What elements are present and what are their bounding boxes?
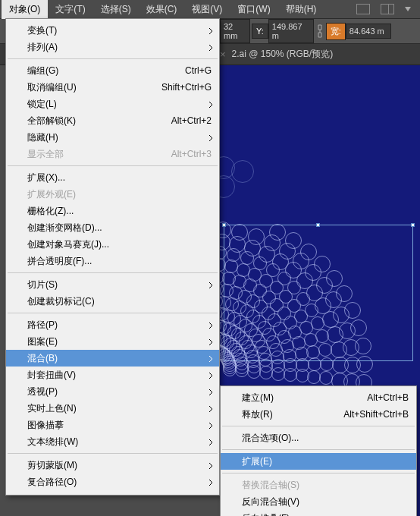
blend-circle (307, 370, 321, 384)
chevron-right-icon (208, 371, 213, 382)
blend-circle (304, 333, 318, 347)
smi-replace: 替换混合轴(S) (221, 477, 416, 493)
tab-close-icon[interactable]: × (220, 49, 226, 60)
mi-mosaic[interactable]: 创建对象马赛克(J)... (6, 236, 219, 253)
blend-circle (306, 345, 320, 359)
mi-envelope[interactable]: 封套扭曲(V) (6, 367, 219, 383)
smi-options[interactable]: 混合选项(O)... (221, 429, 416, 446)
menu-effect[interactable]: 效果(C) (139, 0, 185, 19)
mi-imagetrace[interactable]: 图像描摹 (6, 417, 219, 433)
menu-window[interactable]: 窗口(W) (230, 0, 277, 19)
mi-unlockall[interactable]: 全部解锁(K)Alt+Ctrl+2 (6, 112, 219, 129)
menu-view[interactable]: 视图(V) (184, 0, 230, 19)
chevron-right-icon (208, 404, 213, 415)
menubar: 对象(O) 文字(T) 选择(S) 效果(C) 视图(V) 窗口(W) 帮助(H… (0, 0, 420, 18)
mi-livepaint[interactable]: 实时上色(N) (6, 400, 219, 417)
mi-cropmarks[interactable]: 创建裁切标记(C) (6, 293, 219, 310)
object-menu: 变换(T) 排列(A) 编组(G)Ctrl+G 取消编组(U)Shift+Ctr… (5, 18, 220, 496)
mi-perspective[interactable]: 透视(P) (6, 383, 219, 400)
y-label: Y: (252, 24, 268, 39)
mi-transform[interactable]: 变换(T) (6, 22, 219, 39)
mi-clipmask[interactable]: 剪切蒙版(M) (6, 457, 219, 474)
y-input[interactable]: 149.867 m (268, 19, 314, 43)
link-icon[interactable] (315, 23, 324, 39)
chevron-right-icon (208, 321, 213, 332)
chevron-right-icon (208, 421, 213, 432)
dim-value[interactable]: 32 mm (220, 19, 250, 43)
mi-arrange[interactable]: 排列(A) (6, 39, 219, 55)
chevron-right-icon (208, 100, 213, 111)
mi-textwrap[interactable]: 文本绕排(W) (6, 433, 219, 450)
mi-gradmesh[interactable]: 创建渐变网格(D)... (6, 219, 219, 236)
chevron-right-icon (208, 461, 213, 472)
mi-expand[interactable]: 扩展(X)... (6, 169, 219, 186)
mi-slice[interactable]: 切片(S) (6, 276, 219, 293)
mi-showall: 显示全部Alt+Ctrl+3 (6, 146, 219, 162)
chevron-right-icon (208, 134, 213, 144)
tab-label[interactable]: 2.ai @ 150% (RGB/预览) (232, 48, 334, 61)
mi-hide[interactable]: 隐藏(H) (6, 129, 219, 146)
smi-release[interactable]: 释放(R)Alt+Shift+Ctrl+B (221, 406, 416, 423)
handle[interactable] (316, 223, 320, 227)
mi-flatten[interactable]: 拼合透明度(F)... (6, 253, 219, 269)
mi-path[interactable]: 路径(P) (6, 316, 219, 333)
chevron-right-icon (208, 388, 213, 398)
smi-expand[interactable]: 扩展(E) (221, 453, 416, 470)
dropdown-icon[interactable] (405, 7, 411, 11)
w-label: 宽: (326, 23, 346, 40)
chevron-right-icon (208, 43, 213, 54)
menu-object[interactable]: 对象(O) (2, 0, 48, 19)
mi-ungroup[interactable]: 取消编组(U)Shift+Ctrl+G (6, 79, 219, 96)
blend-circle (332, 357, 349, 373)
blend-circle (308, 357, 321, 371)
chevron-right-icon (208, 354, 213, 365)
mi-pattern[interactable]: 图案(E) (6, 333, 219, 350)
workspace-icon[interactable] (356, 4, 370, 14)
chevron-right-icon (208, 281, 213, 291)
smi-make[interactable]: 建立(M)Alt+Ctrl+B (221, 389, 416, 406)
blend-submenu: 建立(M)Alt+Ctrl+B 释放(R)Alt+Shift+Ctrl+B 混合… (220, 385, 417, 516)
w-input[interactable]: 84.643 m (346, 24, 391, 39)
chevron-right-icon (208, 338, 213, 348)
smi-reversefb[interactable]: 反向堆叠(F) (221, 510, 416, 516)
handle[interactable] (411, 223, 415, 227)
chevron-right-icon (208, 478, 213, 489)
menubar-icons (356, 4, 420, 14)
menu-select[interactable]: 选择(S) (93, 0, 139, 19)
chevron-right-icon (208, 438, 213, 448)
mi-rasterize[interactable]: 栅格化(Z)... (6, 203, 219, 219)
mi-lock[interactable]: 锁定(L) (6, 96, 219, 112)
chevron-right-icon (208, 27, 213, 37)
arrange-docs-icon[interactable] (381, 4, 394, 14)
blend-circle (331, 341, 347, 358)
menu-type[interactable]: 文字(T) (48, 0, 92, 19)
mi-compound[interactable]: 复合路径(O) (6, 474, 219, 490)
mi-expandapp: 扩展外观(E) (6, 186, 219, 203)
mi-group[interactable]: 编组(G)Ctrl+G (6, 62, 219, 79)
blend-circle (320, 357, 334, 371)
mi-blend[interactable]: 混合(B) (6, 350, 219, 367)
menu-help[interactable]: 帮助(H) (278, 0, 324, 19)
smi-reverse[interactable]: 反向混合轴(V) (221, 493, 416, 510)
